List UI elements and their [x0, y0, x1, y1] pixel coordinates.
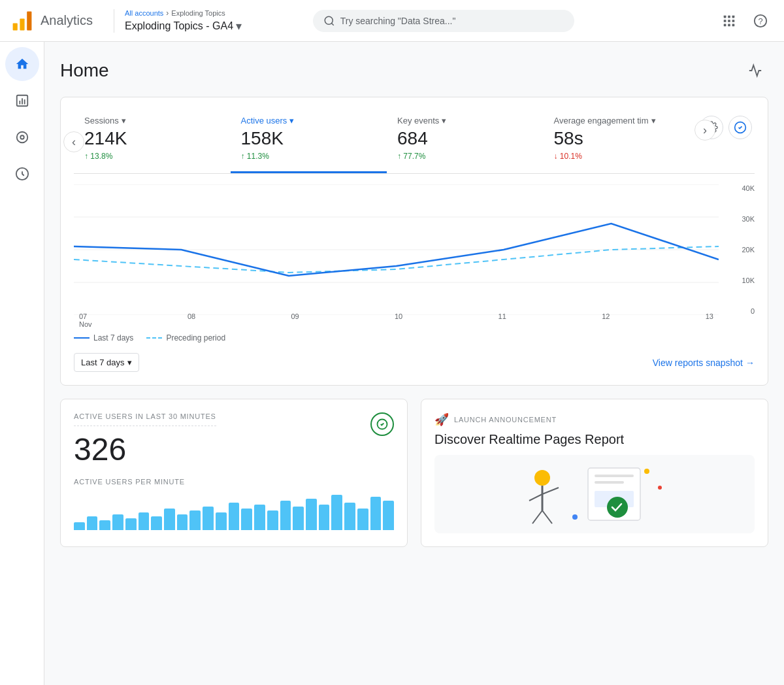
- sessions-value: 214K: [84, 128, 220, 149]
- svg-rect-36: [595, 481, 624, 484]
- svg-rect-7: [724, 20, 727, 22]
- legend-previous: Preceding period: [146, 333, 225, 342]
- sidebar-item-advertising[interactable]: [5, 157, 39, 191]
- svg-rect-8: [728, 20, 730, 22]
- svg-rect-5: [728, 15, 730, 18]
- avg-engagement-change: ↓ 10.1%: [554, 152, 690, 161]
- sessions-dropdown: ▾: [122, 116, 126, 125]
- bottom-row: Active users in last 30 minutes 326 Acti…: [60, 399, 768, 547]
- apps-button[interactable]: [716, 8, 742, 34]
- mini-bar-23: [357, 509, 368, 530]
- chart-footer: Last 7 days ▾ View reports snapshot →: [74, 353, 755, 372]
- mini-bar-24: [370, 497, 382, 530]
- mini-bar-12: [216, 512, 227, 530]
- breadcrumb-chevron: ›: [166, 8, 169, 18]
- avg-engagement-dropdown: ▾: [651, 116, 656, 125]
- legend-current: Last 7 days: [74, 333, 133, 342]
- search-bar[interactable]: Try searching "Data Strea...": [313, 10, 574, 32]
- mini-bar-4: [112, 514, 123, 530]
- mini-bar-2: [87, 516, 98, 530]
- active-users-dropdown: ▾: [289, 116, 294, 125]
- home-icon: [15, 57, 29, 71]
- explore-icon: [15, 130, 29, 144]
- sidebar-item-home[interactable]: [5, 47, 39, 81]
- sidebar: [0, 42, 44, 685]
- active-users-check-button[interactable]: [370, 412, 394, 436]
- metrics-next-button[interactable]: ›: [694, 120, 715, 141]
- app-header: Analytics All accounts › Exploding Topic…: [0, 0, 784, 42]
- metric-tab-active-users[interactable]: Active users ▾ 158K ↑ 11.3%: [231, 110, 387, 173]
- launch-illustration: [434, 455, 755, 533]
- mini-bar-21: [331, 495, 342, 530]
- sidebar-item-reports[interactable]: [5, 84, 39, 118]
- page-title: Home: [60, 60, 109, 81]
- current-property[interactable]: Exploding Topics - GA4 ▾: [125, 19, 242, 33]
- svg-point-41: [572, 514, 578, 520]
- svg-line-33: [542, 510, 552, 524]
- mini-bar-chart: [74, 491, 394, 530]
- key-events-change: ↑ 77.7%: [397, 152, 533, 161]
- key-events-value: 684: [397, 128, 533, 149]
- property-dropdown-arrow: ▾: [236, 19, 242, 33]
- mini-bar-8: [164, 509, 175, 530]
- sessions-change: ↑ 13.8%: [84, 152, 220, 161]
- avg-engagement-label: Average engagement tim ▾: [554, 116, 690, 125]
- active-users-realtime-label: Active users in last 30 minutes: [74, 412, 216, 426]
- breadcrumb-parent[interactable]: All accounts: [125, 9, 163, 17]
- avg-engagement-value: 58s: [554, 128, 690, 149]
- svg-rect-17: [22, 98, 23, 104]
- metrics-check-button[interactable]: [728, 116, 752, 139]
- sidebar-item-explore[interactable]: [5, 120, 39, 154]
- svg-point-40: [658, 486, 662, 490]
- active-users-value: 158K: [241, 128, 377, 149]
- chart-area: [74, 184, 719, 315]
- metric-tab-key-events[interactable]: Key events ▾ 684 ↑ 77.7%: [387, 110, 544, 173]
- svg-rect-11: [728, 24, 730, 26]
- key-events-dropdown: ▾: [442, 116, 446, 125]
- date-filter-arrow: ▾: [127, 358, 132, 367]
- advertising-icon: [15, 167, 29, 181]
- metrics-prev-button[interactable]: ‹: [63, 131, 84, 152]
- mini-bar-10: [189, 510, 201, 530]
- svg-point-20: [20, 135, 24, 139]
- chart-view-button[interactable]: [742, 58, 768, 84]
- launch-announcement-card: 🚀 Launch Announcement Discover Realtime …: [421, 399, 768, 547]
- app-title: Analytics: [41, 13, 93, 28]
- metric-tab-avg-engagement[interactable]: Average engagement tim ▾ 58s ↓ 10.1%: [544, 110, 700, 173]
- check-circle-icon: [734, 121, 747, 134]
- chart-legend: Last 7 days Preceding period: [74, 333, 755, 342]
- metric-tab-sessions[interactable]: Sessions ▾ 214K ↑ 13.8%: [74, 110, 231, 173]
- search-icon: [323, 15, 335, 27]
- breadcrumb-nav: All accounts › Exploding Topics: [125, 8, 242, 18]
- svg-rect-9: [732, 20, 735, 22]
- per-minute-label: Active users per minute: [74, 478, 394, 486]
- mini-bar-13: [229, 503, 240, 530]
- mini-bar-16: [267, 510, 278, 530]
- breadcrumb: All accounts › Exploding Topics Explodin…: [125, 8, 242, 33]
- line-chart: [74, 184, 719, 315]
- mini-bar-1: [74, 522, 85, 530]
- help-button[interactable]: ?: [747, 8, 774, 34]
- mini-bar-9: [177, 514, 188, 530]
- active-users-change: ↑ 11.3%: [241, 152, 377, 161]
- breadcrumb-child: Exploding Topics: [171, 9, 225, 17]
- apps-icon: [722, 14, 736, 28]
- main-chart-container: 40K 30K 20K 10K 0: [74, 184, 755, 328]
- date-filter-button[interactable]: Last 7 days ▾: [74, 353, 139, 372]
- main-content: Home ‹ Sessions ▾ 214K ↑ 13.8%: [44, 42, 784, 685]
- realtime-illustration: [503, 458, 686, 530]
- chart-view-icon: [748, 63, 762, 78]
- svg-rect-0: [13, 23, 18, 30]
- svg-rect-4: [724, 15, 727, 18]
- chart-x-axis: 07Nov 08 09 10 11 12 13: [74, 312, 719, 328]
- mini-bar-5: [125, 518, 137, 530]
- active-users-count: 326: [74, 431, 216, 467]
- snapshot-arrow: →: [745, 358, 755, 368]
- reports-icon: [15, 93, 29, 108]
- metrics-tabs: ‹ Sessions ▾ 214K ↑ 13.8% Active users ▾…: [74, 110, 755, 174]
- mini-bar-25: [383, 501, 394, 530]
- view-snapshot-link[interactable]: View reports snapshot →: [653, 358, 755, 368]
- svg-text:?: ?: [758, 16, 762, 25]
- svg-rect-10: [724, 24, 727, 26]
- header-actions: ?: [716, 8, 774, 34]
